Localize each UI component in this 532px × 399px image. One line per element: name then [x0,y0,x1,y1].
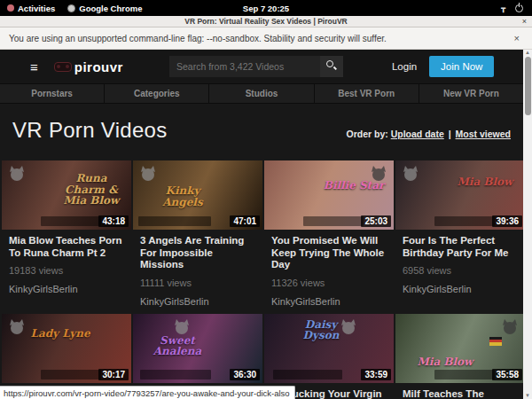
video-title[interactable]: Four Is The Perfect Birthday Party For M… [403,235,518,259]
active-app-label: Google Chrome [79,4,142,13]
site-logo-text: pirouvr [74,59,123,74]
video-title[interactable]: Milf Teaches The Teacher Some Practical … [403,388,518,399]
thumbnail-caption-strip [41,216,101,226]
duration-badge: 35:58 [492,369,522,380]
join-now-button[interactable]: Join Now [429,56,494,77]
nav-item-best-vr-porn[interactable]: Best VR Porn [315,84,419,103]
studio-cat-logo-icon [401,165,420,181]
scrollbar-down-icon[interactable]: ▼ [523,393,532,398]
power-icon[interactable] [515,4,523,12]
hamburger-menu-icon[interactable]: ≡ [30,60,38,74]
german-flag-icon [489,337,502,346]
studio-cat-logo-icon [339,318,358,334]
thumbnail-caption-strip [434,216,495,226]
scrollbar-up-icon[interactable]: ▲ [523,50,532,55]
thumbnail-overlay-title: Daisy Dyson [286,319,356,341]
activities-button[interactable]: Activities [7,4,55,13]
video-thumbnail[interactable]: Mia Blow 39:36 [395,160,525,230]
activities-icon [7,4,14,12]
heading-row: VR Porn Videos Order by: Upload date | M… [0,104,523,155]
order-by-label: Order by: [346,129,387,139]
video-studio-link[interactable]: KinkyGirlsBerlin [9,284,124,294]
duration-badge: 36:30 [230,369,260,380]
nav-item-new-vr-porn[interactable]: New VR Porn [419,84,523,103]
window-title: VR Porn: Virtual Reality Sex Videos | Pi… [184,17,347,26]
thumbnail-caption-strip [140,370,211,379]
video-thumbnail[interactable]: Mia Blow 35:58 [395,314,525,383]
thumbnail-overlay-title: Runa Charm & Mia Blow [56,173,127,207]
clock[interactable]: Sep 7 20:25 [243,4,289,13]
thumbnail-overlay-title: Lady Lyne [25,328,96,340]
video-card: Runa Charm & Mia Blow 43:18 Mia Blow Tea… [2,160,131,307]
thumbnail-caption-strip [303,216,364,226]
video-thumbnail[interactable]: Runa Charm & Mia Blow 43:18 [2,160,131,230]
duration-badge: 39:36 [492,215,522,227]
thumbnail-overlay-title: Billie Star [318,180,389,192]
order-by-most-viewed-link[interactable]: Most viewed [456,129,511,139]
main-nav: Pornstars Categories Studios Best VR Por… [0,83,523,104]
video-thumbnail[interactable]: Daisy Dyson 33:59 [264,314,394,383]
studio-cat-logo-icon [138,165,158,181]
status-url-bubble: https://pirouvr.com/vr-porn-video/779325… [0,386,295,399]
video-thumbnail[interactable]: Billie Star 25:03 [264,160,394,230]
nav-item-categories[interactable]: Categories [105,84,209,103]
duration-badge: 33:59 [361,369,391,380]
studio-cat-logo-icon [369,165,388,181]
search-input[interactable] [169,56,320,77]
duration-badge: 25:03 [361,215,391,227]
order-by-controls: Order by: Upload date | Most viewed [346,129,511,143]
video-views: 19183 views [9,265,124,276]
activities-label: Activities [18,4,55,13]
infobar-message: You are using an unsupported command-lin… [0,34,514,43]
video-card: Billie Star 25:03 You Promised We Will K… [264,160,394,307]
browser-scrollbar[interactable]: ▲ ▼ [523,50,532,399]
order-by-upload-date-link[interactable]: Upload date [391,129,444,139]
window-close-icon[interactable]: × [522,17,527,26]
network-icon[interactable]: ┳ [501,4,505,12]
infobar-close-icon[interactable]: × [514,33,532,43]
site-logo[interactable]: pirouvr [54,59,123,74]
video-card: Mia Blow 39:36 Four Is The Perfect Birth… [395,160,525,307]
video-views: 11111 views [140,278,255,288]
scrollbar-thumb[interactable] [525,57,531,115]
nav-item-pornstars[interactable]: Pornstars [0,84,105,103]
video-title[interactable]: 3 Angels Are Training For Impossible Mis… [140,235,255,271]
video-views: 11326 views [271,278,387,288]
thumbnail-caption-strip [434,370,495,379]
chrome-icon [67,4,75,12]
active-app-menu[interactable]: Google Chrome [67,4,142,13]
nav-item-studios[interactable]: Studios [209,84,314,103]
studio-cat-logo-icon [172,318,192,334]
duration-badge: 43:18 [98,215,129,227]
duration-badge: 47:01 [230,215,260,227]
desktop: Activities Google Chrome Sep 7 20:25 ┳ V… [0,0,532,399]
order-by-separator: | [449,129,451,139]
video-studio-link[interactable]: KinkyGirlsBerlin [271,296,387,307]
login-link[interactable]: Login [392,61,417,72]
video-card: Kinky Angels 47:01 3 Angels Are Training… [133,160,262,307]
search-button[interactable] [320,56,343,77]
video-thumbnail[interactable]: Kinky Angels 47:01 [133,160,262,230]
video-studio-link[interactable]: KinkyGirlsBerlin [403,284,518,294]
thumbnail-caption-strip [41,370,101,379]
thumbnail-overlay-title: Mia Blow [450,176,520,188]
thumbnail-overlay-title: Kinky Angels [147,185,218,207]
video-title[interactable]: Mia Blow Teaches Porn To Runa Charm Pt 2 [9,235,124,259]
studio-cat-logo-icon [7,318,27,334]
chrome-infobar: You are using an unsupported command-lin… [0,27,532,50]
video-card: Mia Blow 35:58 Milf Teaches The Teacher … [395,314,525,399]
video-title[interactable]: You Promised We Will Keep Trying The Who… [271,235,387,271]
video-studio-link[interactable]: KinkyGirlsBerlin [140,296,255,307]
search-icon [326,60,333,67]
studio-cat-logo-icon [500,318,520,334]
page-title: VR Porn Videos [12,118,168,143]
vr-goggles-icon [54,62,72,72]
video-thumbnail[interactable]: Lady Lyne 30:17 [2,314,131,383]
video-views: 6958 views [403,265,518,276]
page-viewport: ≡ pirouvr Login Join Now Pornstars Categ… [0,50,532,399]
window-titlebar[interactable]: VR Porn: Virtual Reality Sex Videos | Pi… [0,16,532,27]
thumbnail-caption-strip [273,370,342,379]
thumbnail-caption-strip [138,216,211,226]
video-thumbnail[interactable]: Sweet Analena 36:30 [133,314,262,383]
thumbnail-overlay-title: Mia Blow [410,356,481,368]
